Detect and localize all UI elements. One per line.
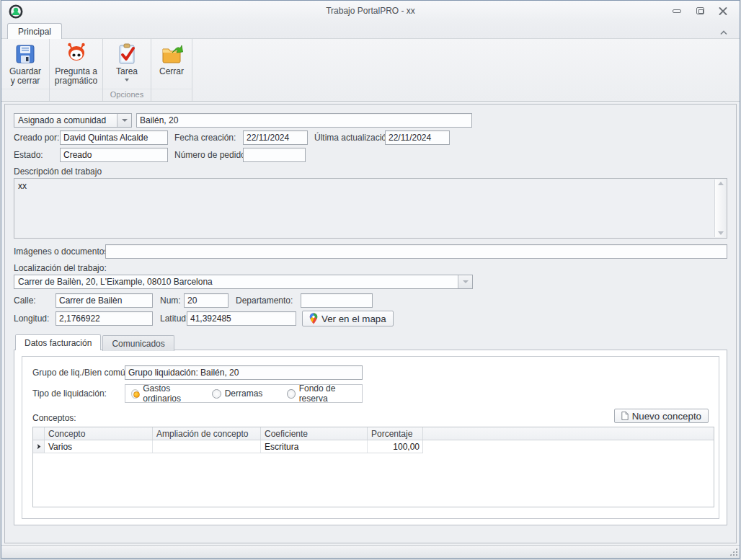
latitud-label: Latitud: — [160, 314, 187, 324]
app-window: Trabajo PortalPRO - xx Principal — [1, 0, 740, 559]
cell-coeficiente[interactable]: Escritura — [261, 440, 368, 453]
ribbon-group-label — [1, 89, 49, 101]
app-logo-icon — [9, 4, 23, 19]
task-icon — [115, 43, 138, 66]
cell-porcentaje[interactable]: 100,00 — [368, 440, 423, 453]
save-and-close-button[interactable]: Guardar y cerrar — [1, 41, 49, 86]
close-icon — [719, 7, 727, 15]
save-label-line2: y cerrar — [11, 76, 40, 86]
nuevo-concepto-label: Nuevo concepto — [632, 411, 701, 422]
imagenes-field[interactable] — [105, 244, 727, 259]
tab-principal[interactable]: Principal — [7, 23, 62, 39]
opciones-group-label: Opciones — [103, 89, 151, 101]
departamento-label: Departamento: — [236, 295, 301, 306]
ultima-actualizacion-field[interactable] — [385, 130, 450, 145]
cell-concepto[interactable]: Varios — [45, 440, 153, 453]
grid-header-row: Concepto Ampliación de concepto Coeficie… — [33, 427, 714, 440]
radio-label: Gastos ordinarios — [143, 383, 200, 404]
localizacion-dropdown-button[interactable] — [458, 275, 472, 288]
cell-ampliacion[interactable] — [153, 440, 261, 453]
row-selector-header — [33, 427, 45, 440]
table-row[interactable]: Varios Escritura 100,00 — [33, 440, 423, 453]
column-header-concepto[interactable]: Concepto — [45, 427, 153, 440]
localizacion-label: Localización del trabajo: — [14, 263, 727, 273]
close-folder-icon — [160, 43, 183, 66]
radio-fondo-de-reserva[interactable]: Fondo de reserva — [287, 383, 356, 404]
robot-icon — [65, 43, 88, 66]
ribbon: Guardar y cerrar — [1, 38, 740, 102]
scroll-down-icon[interactable] — [718, 231, 724, 235]
row-indicator-cell — [33, 440, 45, 453]
radio-derramas[interactable]: Derramas — [212, 388, 263, 399]
longitud-label: Longitud: — [14, 314, 56, 324]
ask-label-line2: pragmático — [55, 76, 97, 86]
tab-datos-facturacion[interactable]: Datos facturación — [15, 334, 101, 350]
minimize-button[interactable] — [670, 5, 683, 17]
google-maps-pin-icon — [309, 313, 318, 324]
resize-grip[interactable] — [729, 548, 737, 556]
minimize-icon — [673, 9, 681, 13]
ask-pragmatico-button[interactable]: Pregunta a pragmático — [50, 41, 102, 86]
radio-icon — [212, 389, 221, 399]
grupo-liq-field[interactable] — [125, 365, 363, 380]
save-label-line1: Guardar — [9, 66, 41, 76]
descripcion-label: Descripción del trabajo — [14, 166, 727, 177]
creado-por-label: Creado por: — [14, 133, 60, 143]
work-title-input[interactable] — [136, 113, 472, 128]
tab-comunicados[interactable]: Comunicados — [102, 335, 174, 351]
imagenes-label: Imágenes o documentos: — [14, 246, 105, 257]
cerrar-label: Cerrar — [159, 66, 184, 76]
creado-por-field[interactable] — [60, 130, 168, 145]
descripcion-textarea[interactable]: xx — [14, 178, 727, 239]
scroll-up-icon[interactable] — [718, 182, 724, 185]
numero-pedido-label: Número de pedido: — [174, 150, 243, 160]
localizacion-combo[interactable]: Carrer de Bailèn, 20, L'Eixample, 08010 … — [14, 275, 473, 289]
billing-panel: Grupo de liq./Bien común: Tipo de liquid… — [22, 356, 719, 519]
localizacion-value: Carrer de Bailèn, 20, L'Eixample, 08010 … — [14, 277, 458, 287]
ver-en-el-mapa-button[interactable]: Ver en el mapa — [302, 311, 394, 326]
departamento-field[interactable] — [301, 293, 373, 308]
conceptos-grid[interactable]: Concepto Ampliación de concepto Coeficie… — [32, 427, 714, 507]
title-bar: Trabajo PortalPRO - xx — [1, 1, 740, 21]
descripcion-text: xx — [15, 179, 714, 237]
longitud-field[interactable] — [56, 311, 153, 326]
current-row-arrow-icon — [37, 444, 41, 450]
ribbon-collapse-icon[interactable] — [719, 30, 728, 35]
assigned-to-combo[interactable]: Asignado a comunidad — [14, 113, 132, 128]
tarea-label: Tarea — [116, 66, 138, 76]
cerrar-button[interactable]: Cerrar — [151, 41, 192, 76]
column-header-filler — [423, 427, 714, 440]
fecha-creacion-field[interactable] — [243, 130, 308, 145]
window-title: Trabajo PortalPRO - xx — [1, 6, 740, 16]
tipo-liquidacion-label: Tipo de liquidación: — [32, 388, 125, 399]
new-document-icon — [621, 412, 629, 420]
estado-field[interactable] — [60, 148, 168, 162]
restore-button[interactable] — [693, 5, 706, 17]
chevron-down-icon — [122, 119, 128, 122]
tarea-dropdown-arrow-icon — [125, 79, 129, 81]
tarea-dropdown-button[interactable]: Tarea — [103, 41, 151, 81]
num-field[interactable] — [184, 293, 228, 308]
assigned-to-dropdown-button[interactable] — [117, 114, 131, 127]
radio-icon — [287, 389, 295, 399]
latitud-field[interactable] — [187, 311, 296, 326]
ultima-actualizacion-label: Última actualización: — [314, 133, 385, 143]
estado-label: Estado: — [14, 150, 60, 160]
radio-gastos-ordinarios[interactable]: Gastos ordinarios — [131, 383, 200, 404]
descripcion-scrollbar[interactable] — [714, 179, 726, 237]
conceptos-label: Conceptos: — [32, 413, 76, 423]
nuevo-concepto-button[interactable]: Nuevo concepto — [614, 409, 709, 423]
form-panel: Asignado a comunidad Creado por: Fecha c… — [4, 104, 737, 543]
column-header-coeficiente[interactable]: Coeficiente — [261, 427, 368, 440]
assigned-to-value: Asignado a comunidad — [14, 115, 117, 125]
ribbon-group-label — [151, 89, 192, 101]
datos-facturacion-page: Grupo de liq./Bien común: Tipo de liquid… — [14, 350, 727, 525]
column-header-ampliacion[interactable]: Ampliación de concepto — [153, 427, 261, 440]
numero-pedido-field[interactable] — [243, 148, 306, 162]
close-button[interactable] — [716, 5, 729, 17]
column-header-porcentaje[interactable]: Porcentaje — [368, 427, 423, 440]
calle-field[interactable] — [56, 293, 153, 308]
radio-label: Derramas — [225, 388, 263, 399]
calle-label: Calle: — [14, 295, 56, 306]
save-icon — [14, 43, 37, 66]
